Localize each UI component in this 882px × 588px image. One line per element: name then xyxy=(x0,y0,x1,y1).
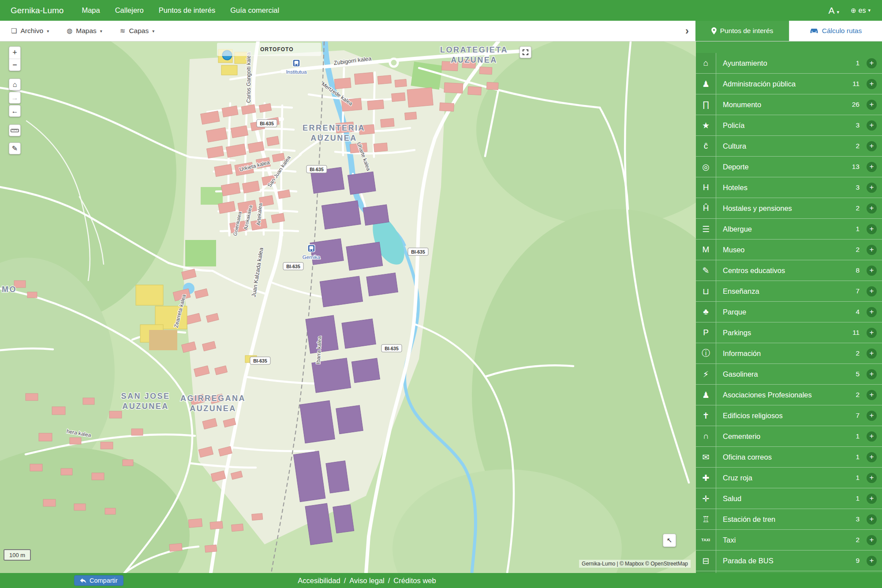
poi-category-list: ⌂Ayuntamiento1+♟Administración pública11… xyxy=(696,41,882,573)
zoom-out-button[interactable]: − xyxy=(9,59,20,71)
tab-puntos-de-interes[interactable]: Puntos de interés xyxy=(695,21,789,41)
chevron-down-icon: ▾ xyxy=(100,29,102,34)
pan-northwest-button[interactable]: ↖ xyxy=(663,534,676,547)
poi-category-count: 2 xyxy=(856,391,860,399)
poi-category-row-museum[interactable]: MMuseo2+ xyxy=(696,240,882,260)
poi-category-row-train-station[interactable]: ♖Estación de tren3+ xyxy=(696,509,882,530)
poi-category-count: 5 xyxy=(856,370,860,378)
collapse-panel-button[interactable]: › xyxy=(679,21,695,41)
add-category-to-map-button[interactable]: + xyxy=(867,431,877,442)
footer-link-1[interactable]: Aviso legal xyxy=(349,577,385,585)
measure-button[interactable] xyxy=(9,124,21,136)
zoom-in-button[interactable]: + xyxy=(9,47,20,59)
neighborhood-label: MO xyxy=(2,285,17,294)
add-category-to-map-button[interactable]: + xyxy=(867,328,877,338)
poi-category-row-taxi[interactable]: TAXITaxi2+ xyxy=(696,530,882,551)
poi-category-row-red-cross[interactable]: ✚Cruz roja1+ xyxy=(696,468,882,488)
poi-category-label: Oficina correos xyxy=(716,453,856,461)
add-category-to-map-button[interactable]: + xyxy=(867,556,877,566)
poi-category-row-information[interactable]: ⓘInformación2+ xyxy=(696,343,882,364)
road-ref-badge: BI-635 xyxy=(283,262,303,270)
footer-link-0[interactable]: Accesibilidad xyxy=(298,577,340,585)
poi-category-row-park[interactable]: ♣Parque4+ xyxy=(696,302,882,322)
add-category-to-map-button[interactable]: + xyxy=(867,535,877,545)
poi-category-row-police[interactable]: ★Policía3+ xyxy=(696,115,882,136)
nav-item-guia-comercial[interactable]: Guía comercial xyxy=(223,0,287,21)
top-navigation-bar: Gernika-Lumo Mapa Callejero Puntos de in… xyxy=(0,0,882,21)
add-category-to-map-button[interactable]: + xyxy=(867,183,877,193)
menu-mapas[interactable]: ◍ Mapas ▾ xyxy=(60,21,109,41)
poi-category-label: Hoteles xyxy=(716,184,856,192)
poi-category-label: Cementerio xyxy=(716,432,856,441)
poi-category-row-cemetery[interactable]: ∩Cementerio1+ xyxy=(696,426,882,447)
menu-archivo[interactable]: ❏ Archivo ▾ xyxy=(4,21,56,41)
fullscreen-button[interactable] xyxy=(519,46,531,58)
forward-button[interactable]: → xyxy=(9,92,21,104)
poi-category-row-professional-associations[interactable]: ♟Asociaciones Profesionales2+ xyxy=(696,385,882,405)
nav-item-callejero[interactable]: Callejero xyxy=(108,0,151,21)
add-category-to-map-button[interactable]: + xyxy=(867,141,877,151)
add-category-to-map-button[interactable]: + xyxy=(867,245,877,255)
add-category-to-map-button[interactable]: + xyxy=(867,224,877,234)
poi-panel: ⌂Ayuntamiento1+♟Administración pública11… xyxy=(696,41,882,573)
nav-item-puntos-de-interes[interactable]: Puntos de interés xyxy=(151,0,223,21)
share-button[interactable]: Compartir xyxy=(74,575,123,586)
ortofoto-layer-toggle[interactable]: ORTOFOTO xyxy=(217,43,321,56)
public-administration-icon: ♟ xyxy=(696,74,716,94)
add-category-to-map-button[interactable]: + xyxy=(867,473,877,483)
add-category-to-map-button[interactable]: + xyxy=(867,120,877,131)
draw-button[interactable]: ✎ xyxy=(9,142,21,154)
poi-category-row-shelter[interactable]: ☰Albergue1+ xyxy=(696,219,882,240)
poi-category-row-parking[interactable]: PParkings11+ xyxy=(696,322,882,343)
language-selector[interactable]: ⊕ es ▾ xyxy=(851,7,871,15)
add-category-to-map-button[interactable]: + xyxy=(867,307,877,317)
add-category-to-map-button[interactable]: + xyxy=(867,494,877,504)
poi-category-row-culture[interactable]: ĉCultura2+ xyxy=(696,136,882,157)
add-category-to-map-button[interactable]: + xyxy=(867,162,877,172)
tab-calculo-rutas[interactable]: Cálculo rutas xyxy=(789,21,882,41)
health-icon: ✛ xyxy=(696,488,716,509)
poi-category-row-hostels[interactable]: ĤHostales y pensiones2+ xyxy=(696,198,882,219)
religious-buildings-icon: ✝ xyxy=(696,405,716,426)
poi-category-row-post-office[interactable]: ✉Oficina correos1+ xyxy=(696,447,882,468)
font-size-control[interactable]: A ▾ xyxy=(828,5,839,16)
poi-category-row-public-administration[interactable]: ♟Administración pública11+ xyxy=(696,74,882,94)
menu-capas[interactable]: ≋ Capas ▾ xyxy=(113,21,161,41)
add-category-to-map-button[interactable]: + xyxy=(867,203,877,213)
add-category-to-map-button[interactable]: + xyxy=(867,390,877,400)
back-button[interactable]: ← xyxy=(9,105,21,117)
add-category-to-map-button[interactable]: + xyxy=(867,266,877,276)
poi-category-row-gas-station[interactable]: ⚡Gasolinera5+ xyxy=(696,364,882,385)
sports-icon: ◎ xyxy=(696,157,716,177)
poi-category-count: 13 xyxy=(852,163,860,171)
poi-category-row-hotels[interactable]: HHoteles3+ xyxy=(696,177,882,198)
footer-link-2[interactable]: Créditos web xyxy=(393,577,436,585)
poi-category-row-monument[interactable]: ∏Monumento26+ xyxy=(696,94,882,115)
map-container[interactable]: Zubigorri kaleaCarlos Gangoiti kaleaMert… xyxy=(0,41,696,573)
poi-category-label: Edificios religiosos xyxy=(716,412,856,420)
hostels-icon: Ĥ xyxy=(696,198,716,218)
layers-icon: ≋ xyxy=(120,27,126,35)
add-category-to-map-button[interactable]: + xyxy=(867,411,877,421)
poi-category-row-town-hall[interactable]: ⌂Ayuntamiento1+ xyxy=(696,53,882,74)
add-category-to-map-button[interactable]: + xyxy=(867,58,877,68)
add-category-to-map-button[interactable]: + xyxy=(867,514,877,524)
poi-category-row-health[interactable]: ✛Salud1+ xyxy=(696,488,882,509)
poi-category-row-sports[interactable]: ◎Deporte13+ xyxy=(696,157,882,177)
poi-category-row-education-centers[interactable]: ✎Centros educativos8+ xyxy=(696,260,882,281)
add-category-to-map-button[interactable]: + xyxy=(867,452,877,462)
home-button[interactable]: ⌂ xyxy=(9,79,21,90)
map-canvas[interactable]: Zubigorri kaleaCarlos Gangoiti kaleaMert… xyxy=(0,41,696,573)
poi-category-row-religious-buildings[interactable]: ✝Edificios religiosos7+ xyxy=(696,405,882,426)
poi-category-label: Administración pública xyxy=(716,80,852,88)
poi-category-row-teaching[interactable]: ⊔Enseñanza7+ xyxy=(696,281,882,302)
poi-category-row-bus-stop[interactable]: ⊟Parada de BUS9+ xyxy=(696,551,882,571)
add-category-to-map-button[interactable]: + xyxy=(867,100,877,110)
site-brand[interactable]: Gernika-Lumo xyxy=(6,6,68,15)
add-category-to-map-button[interactable]: + xyxy=(867,79,877,89)
map-attribution[interactable]: Gernika-Lumo | © Mapbox © OpenStreetMap xyxy=(579,560,691,568)
nav-item-mapa[interactable]: Mapa xyxy=(74,0,107,21)
add-category-to-map-button[interactable]: + xyxy=(867,348,877,359)
add-category-to-map-button[interactable]: + xyxy=(867,369,877,379)
add-category-to-map-button[interactable]: + xyxy=(867,286,877,296)
